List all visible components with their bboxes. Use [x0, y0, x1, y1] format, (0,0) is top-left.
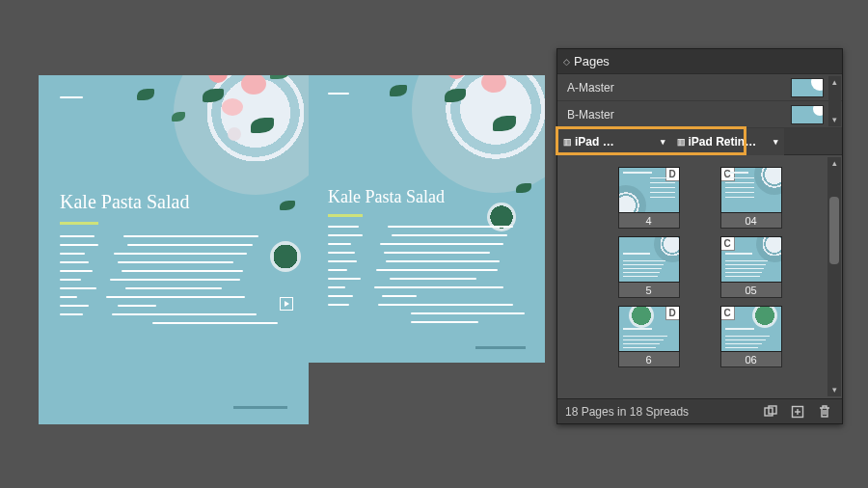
page-thumbnail[interactable]: D6 [618, 306, 680, 367]
salad-bowl-illustration [412, 75, 545, 193]
chevron-down-icon: ▾ [661, 137, 665, 147]
accent-rule [60, 222, 98, 225]
doc-page-layout-b: Kale Pasta Salad [309, 75, 545, 363]
panel-tab-bar: ◇ Pages [557, 49, 842, 74]
expand-collapse-icon: ◇ [563, 57, 570, 67]
scroll-down-icon[interactable]: ▾ [832, 386, 837, 394]
layout-glyph-icon: ▥ [563, 137, 571, 147]
page-number-label: 6 [618, 352, 680, 367]
applied-master-badge: C [721, 237, 735, 251]
page-thumbnail[interactable]: C05 [720, 236, 782, 298]
accent-rule [328, 214, 363, 217]
layout-dropdown-a[interactable]: ▥ iPad … ▾ [557, 128, 671, 155]
edit-page-size-button[interactable] [761, 402, 780, 421]
recipe-body-text [60, 235, 278, 324]
salad-bowl-illustration [174, 75, 309, 195]
master-row-a[interactable]: A-Master [557, 74, 842, 101]
page-thumbnail[interactable]: C06 [720, 306, 782, 367]
page-thumbnail[interactable]: C04 [720, 167, 782, 229]
chevron-down-icon: ▾ [773, 137, 778, 147]
play-icon[interactable] [280, 297, 293, 311]
herb-decoration [390, 85, 407, 96]
doc-page-layout-a: Kale Pasta Salad [39, 75, 309, 424]
footer-rule [233, 406, 287, 409]
rule-mark [60, 96, 83, 98]
rule-mark [328, 93, 349, 95]
herb-decoration [516, 183, 531, 193]
page-number-label: 5 [618, 283, 680, 298]
master-a-label: A-Master [567, 81, 614, 95]
page-number-label: 06 [720, 352, 782, 367]
page-number-label: 05 [720, 283, 782, 298]
pages-panel: ◇ Pages A-Master B-Master ▴ ▾ ▥ iPad … ▾ [556, 48, 843, 424]
thumb-column: D4D5D6 [618, 167, 680, 394]
applied-master-badge: C [721, 168, 735, 181]
scrollbar-track[interactable] [827, 168, 841, 386]
layout-dropdown-b[interactable]: ▥ iPad Retin… ▾ [671, 128, 785, 155]
master-b-label: B-Master [567, 108, 614, 122]
applied-master-badge: D [665, 168, 679, 181]
master-a-thumb [790, 74, 825, 100]
new-page-button[interactable] [788, 402, 807, 421]
scroll-up-icon[interactable]: ▴ [832, 78, 837, 87]
applied-master-badge: D [665, 307, 679, 320]
page-thumbnail[interactable]: D4 [618, 167, 680, 229]
thumbs-scrollbar[interactable]: ▴ ▾ [827, 157, 841, 396]
delete-page-button[interactable] [815, 402, 834, 421]
page-number-label: 04 [720, 213, 782, 229]
page-thumbnails-area: D4D5D6C04C05C06 ▴ ▾ [557, 155, 842, 398]
layout-b-label: iPad Retin… [689, 135, 771, 149]
alternate-layout-bar: ▥ iPad … ▾ ▥ iPad Retin… ▾ [557, 128, 842, 155]
layout-a-label: iPad … [575, 135, 657, 149]
master-row-b[interactable]: B-Master [557, 101, 842, 128]
recipe-body-text [328, 226, 525, 323]
page-thumbnail[interactable]: D5 [618, 236, 680, 298]
scroll-up-icon[interactable]: ▴ [832, 159, 837, 168]
applied-master-badge: C [721, 307, 735, 320]
scroll-down-icon[interactable]: ▾ [832, 116, 837, 124]
masters-scrollbar[interactable]: ▴ ▾ [828, 76, 841, 126]
pages-tab[interactable]: ◇ Pages [563, 54, 610, 68]
thumb-column: C04C05C06 [720, 167, 782, 394]
recipe-title: Kale Pasta Salad [328, 187, 445, 207]
masters-section: A-Master B-Master ▴ ▾ [557, 74, 842, 128]
recipe-title: Kale Pasta Salad [60, 191, 189, 213]
footer-rule [475, 346, 526, 349]
page-number-label: 4 [618, 213, 680, 229]
page-count-status: 18 Pages in 18 Spreads [565, 405, 753, 419]
canvas: Kale Pasta Salad [39, 75, 545, 424]
herb-decoration [137, 89, 154, 100]
herb-decoration [280, 201, 295, 210]
scrollbar-handle[interactable] [829, 197, 839, 264]
panel-status-bar: 18 Pages in 18 Spreads [557, 398, 842, 423]
layout-glyph-icon: ▥ [677, 137, 685, 147]
master-b-thumb [790, 101, 825, 127]
pages-tab-label: Pages [574, 54, 610, 68]
